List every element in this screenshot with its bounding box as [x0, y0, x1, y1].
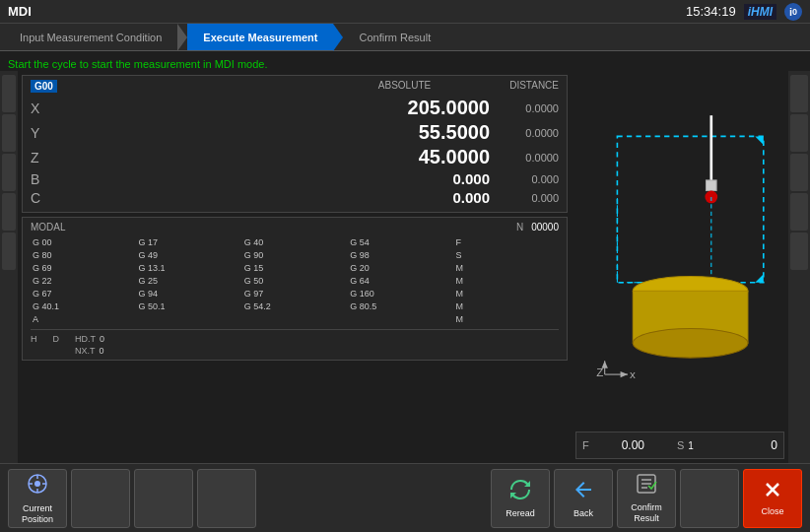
- modal-m5: M: [454, 313, 559, 325]
- side-btn-5[interactable]: [2, 233, 16, 270]
- viz-svg: Z x: [575, 75, 784, 428]
- time-display: 15:34:19: [686, 4, 736, 19]
- hd-t-value: 0: [100, 334, 104, 344]
- confirm-result-label: ConfirmResult: [631, 502, 662, 524]
- side-btn-1[interactable]: [2, 75, 16, 112]
- modal-n-value: 00000: [531, 222, 559, 233]
- svg-rect-3: [707, 180, 717, 191]
- axis-row-b: B 0.000 0.000: [31, 170, 559, 187]
- status-message: Start the cycle to start the measurement…: [8, 58, 268, 70]
- side-buttons-left: [0, 71, 18, 463]
- modal-g98: G 98: [348, 249, 452, 261]
- confirm-result-button[interactable]: ConfirmResult: [617, 469, 676, 528]
- side-btn-4[interactable]: [2, 193, 16, 231]
- side-buttons-right: [788, 71, 810, 463]
- axis-value-c: 0.000: [50, 189, 509, 206]
- nx-t-value: 0: [100, 346, 104, 356]
- modal-g00: G 00: [31, 236, 135, 248]
- side-btn-right-2[interactable]: [790, 114, 808, 152]
- modal-n-label: N: [516, 222, 523, 233]
- side-btn-right-4[interactable]: [790, 193, 808, 231]
- hd-t-label: HD.T: [75, 334, 96, 344]
- back-button[interactable]: Back: [554, 469, 613, 528]
- side-btn-3[interactable]: [2, 154, 16, 191]
- modal-g80: G 80: [31, 249, 135, 261]
- modal-n-section: N 00000: [516, 222, 559, 233]
- modal-empty1: [136, 313, 240, 325]
- side-btn-right-5[interactable]: [790, 233, 808, 270]
- axis-value-y: 55.5000: [50, 121, 509, 144]
- modal-empty3: [348, 313, 452, 325]
- modal-label: MODAL: [31, 222, 66, 233]
- modal-g40: G 40: [242, 236, 347, 248]
- modal-g20: G 20: [348, 262, 452, 274]
- breadcrumb-item-1[interactable]: Input Measurement Condition: [4, 24, 177, 50]
- close-button[interactable]: Close: [743, 469, 802, 528]
- svg-text:x: x: [630, 367, 636, 380]
- modal-g97: G 97: [242, 288, 347, 299]
- axis-distance-z: 0.0000: [509, 152, 559, 164]
- toolbar-empty-1[interactable]: [71, 469, 130, 528]
- toolbar-empty-3[interactable]: [197, 469, 256, 528]
- center-content: G00 ABSOLUTE DISTANCE X 205.0000 0.0000 …: [18, 71, 572, 463]
- modal-g90: G 90: [242, 249, 347, 261]
- viz-panel: Z x F 0.00 S 1 0: [572, 71, 788, 463]
- axis-value-b: 0.000: [50, 170, 509, 187]
- axis-distance-c: 0.000: [509, 192, 559, 204]
- modal-g67: G 67: [31, 288, 135, 299]
- title-bar: MDI 15:34:19 iHMI i 0: [0, 0, 810, 24]
- modal-g131: G 13.1: [136, 262, 240, 274]
- modal-g805: G 80.5: [348, 300, 452, 312]
- breadcrumb-item-2[interactable]: Execute Measurement: [187, 24, 333, 50]
- g00-badge: G00: [31, 80, 57, 93]
- nx-t-label: NX.T: [75, 346, 96, 356]
- reread-icon: [508, 478, 532, 505]
- spindle-value: 0: [698, 438, 777, 452]
- hd-t-row: HD.T 0: [75, 334, 104, 344]
- panel-header: G00 ABSOLUTE DISTANCE: [31, 80, 559, 93]
- modal-m2: M: [454, 275, 559, 287]
- side-btn-right-3[interactable]: [790, 154, 808, 191]
- modal-grid: G 00 G 17 G 40 G 54 F G 80 G 49 G 90 G 9…: [31, 236, 559, 325]
- modal-m3: M: [454, 288, 559, 299]
- info-icon[interactable]: i 0: [784, 3, 802, 21]
- modal-g401: G 40.1: [31, 300, 135, 312]
- current-position-button[interactable]: CurrentPosition: [8, 469, 67, 528]
- modal-s: S: [454, 249, 559, 261]
- axis-row-z: Z 45.0000 0.0000: [31, 146, 559, 168]
- axis-value-x: 205.0000: [50, 97, 509, 119]
- svg-point-20: [34, 481, 40, 487]
- side-btn-2[interactable]: [2, 114, 16, 152]
- bottom-toolbar: CurrentPosition Reread Back: [0, 463, 810, 532]
- breadcrumb-arrow-2: [333, 24, 343, 51]
- hd-section: H D HD.T 0 NX.T 0: [31, 334, 559, 356]
- h-label: H: [31, 334, 37, 344]
- modal-header: MODAL N 00000: [31, 222, 559, 233]
- back-icon: [572, 478, 595, 505]
- nx-t-row: NX.T 0: [75, 346, 104, 356]
- toolbar-empty-4[interactable]: [680, 469, 739, 528]
- reread-label: Reread: [506, 508, 535, 519]
- close-icon: [763, 480, 782, 503]
- modal-g64: G 64: [348, 275, 452, 287]
- feed-value: 0.00: [593, 438, 673, 452]
- modal-g50: G 50: [242, 275, 347, 287]
- axis-distance-b: 0.000: [509, 173, 559, 185]
- modal-panel: MODAL N 00000 G 00 G 17 G 40 G 54 F G 80…: [22, 217, 568, 361]
- hd-col-values: HD.T 0 NX.T 0: [75, 334, 104, 356]
- svg-point-12: [633, 328, 748, 358]
- col-absolute-header: ABSOLUTE: [378, 80, 431, 93]
- breadcrumb-item-3[interactable]: Confirm Result: [343, 24, 446, 50]
- side-btn-right-1[interactable]: [790, 75, 808, 112]
- current-position-icon: [26, 472, 49, 500]
- position-panel: G00 ABSOLUTE DISTANCE X 205.0000 0.0000 …: [22, 75, 568, 213]
- toolbar-empty-2[interactable]: [134, 469, 193, 528]
- modal-g501: G 50.1: [136, 300, 240, 312]
- axis-distance-y: 0.0000: [509, 127, 559, 139]
- breadcrumb: Input Measurement Condition Execute Meas…: [0, 24, 810, 51]
- modal-g160: G 160: [348, 288, 452, 299]
- modal-g94: G 94: [136, 288, 240, 299]
- feed-label: F: [582, 439, 589, 451]
- axis-value-z: 45.0000: [50, 146, 509, 168]
- reread-button[interactable]: Reread: [491, 469, 550, 528]
